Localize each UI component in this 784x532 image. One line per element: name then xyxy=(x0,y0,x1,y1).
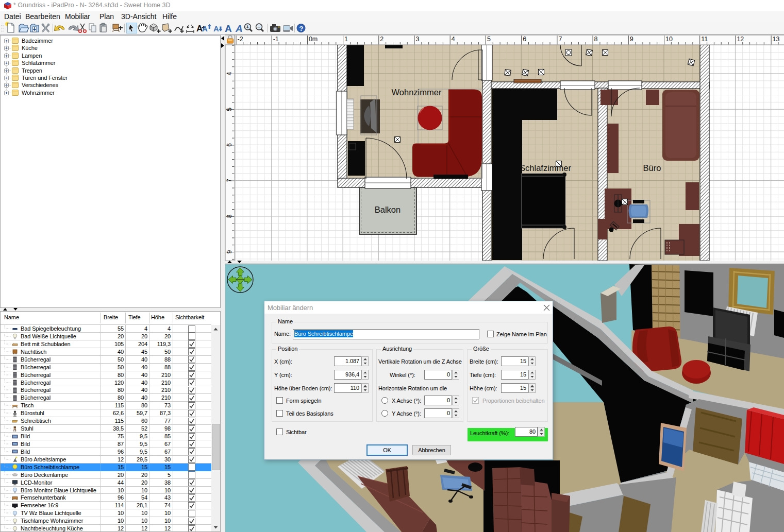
svg-text:8: 8 xyxy=(594,36,598,43)
svg-text:1: 1 xyxy=(344,36,348,43)
svg-text:Schlafzimmer: Schlafzimmer xyxy=(520,163,571,173)
svg-text:6: 6 xyxy=(226,143,233,147)
svg-text:A: A xyxy=(225,23,232,34)
svg-text:6: 6 xyxy=(523,36,526,43)
svg-text:A: A xyxy=(202,24,208,33)
svg-text:13: 13 xyxy=(773,36,780,43)
svg-text:8: 8 xyxy=(226,214,233,218)
svg-text:4: 4 xyxy=(226,72,233,76)
svg-text:9: 9 xyxy=(226,250,233,254)
svg-text:A: A xyxy=(213,24,219,33)
svg-text:Balkon: Balkon xyxy=(375,205,401,214)
svg-text:7: 7 xyxy=(226,179,233,182)
svg-text:+: + xyxy=(246,24,249,30)
svg-text:-2: -2 xyxy=(238,36,243,43)
svg-text:10: 10 xyxy=(665,36,673,43)
svg-text:A: A xyxy=(235,23,243,34)
svg-text:4: 4 xyxy=(452,36,455,43)
svg-text:5: 5 xyxy=(487,36,491,43)
svg-text:9: 9 xyxy=(630,36,633,43)
svg-text:0m: 0m xyxy=(309,36,318,43)
svg-text:11: 11 xyxy=(701,36,708,43)
svg-text:7: 7 xyxy=(558,36,562,43)
svg-text:Wohnzimmer: Wohnzimmer xyxy=(392,88,442,97)
svg-text:-1: -1 xyxy=(273,36,279,43)
svg-text:12: 12 xyxy=(737,36,744,43)
svg-text:Büro: Büro xyxy=(643,163,661,173)
svg-text:−: − xyxy=(257,24,260,30)
svg-text:5: 5 xyxy=(226,108,233,111)
svg-text:2: 2 xyxy=(380,36,383,43)
svg-text:3: 3 xyxy=(416,36,420,43)
svg-text:?: ? xyxy=(299,25,304,32)
